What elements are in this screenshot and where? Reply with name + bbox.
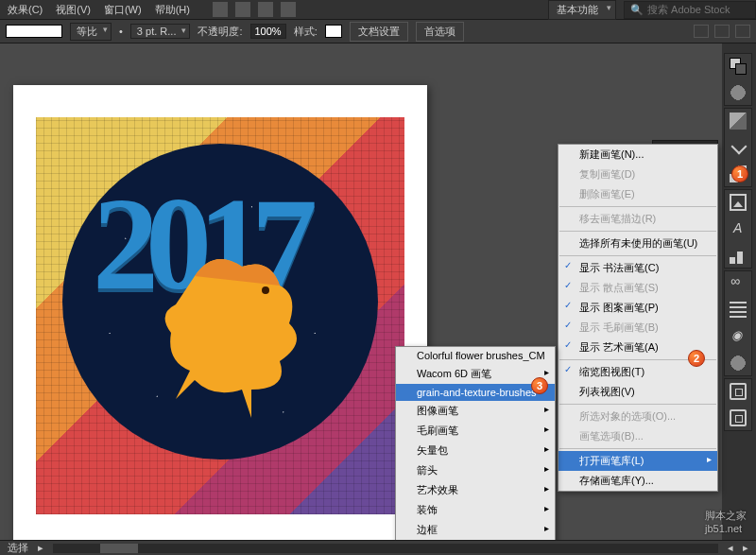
menu-item[interactable]: 边框 — [396, 520, 555, 540]
right-panel-stack — [724, 53, 752, 431]
menu-item[interactable]: 箭头 — [396, 460, 555, 480]
callout-badge-2: 2 — [688, 350, 705, 367]
more-icon[interactable] — [735, 25, 750, 38]
text-icon[interactable] — [730, 220, 747, 237]
menu-item[interactable]: 打开画笔库(L) — [558, 451, 717, 471]
menu-item[interactable]: 帮助(H) — [155, 3, 190, 17]
brush-library-submenu: Colorful flower brushes_CMWacom 6D 画笔gra… — [395, 346, 556, 555]
profile-combo[interactable]: 等比 — [70, 23, 112, 41]
workspace-combo[interactable]: 基本功能 — [548, 0, 616, 20]
style-label: 样式: — [294, 25, 318, 39]
opacity-label: 不透明度: — [198, 25, 242, 39]
menu-item[interactable]: 效果(C) — [8, 3, 43, 17]
menu-item[interactable]: Colorful flower brushes_CM — [396, 347, 555, 364]
color-guide-icon[interactable] — [730, 84, 747, 101]
menu-item: 显示 散点画笔(S) — [558, 278, 717, 298]
svg-point-0 — [262, 286, 269, 294]
align-icon[interactable] — [730, 302, 747, 319]
menu-item[interactable]: 毛刷画笔 — [396, 421, 555, 441]
menu-item[interactable]: 显示 图案画笔(P) — [558, 298, 717, 318]
control-bar: 等比 • 3 pt. R... 不透明度: 100% 样式: 文档设置 首选项 — [0, 19, 756, 43]
watermark: 脚本之家 jb51.net — [705, 509, 747, 534]
artboards-icon[interactable] — [730, 409, 747, 426]
transparency-icon[interactable] — [730, 328, 747, 345]
menu-item: 显示 毛刷画笔(B) — [558, 318, 717, 338]
opacity-input[interactable]: 100% — [250, 24, 286, 39]
swatches-icon[interactable] — [730, 113, 747, 130]
menu-item: 移去画笔描边(R) — [558, 209, 717, 229]
callout-badge-1: 1 — [731, 165, 748, 182]
menu-item: 复制画笔(D) — [558, 165, 717, 184]
menu-item[interactable]: 图像画笔 — [396, 401, 555, 421]
color-icon[interactable] — [730, 58, 747, 75]
style-swatch[interactable] — [325, 25, 342, 38]
menu-item[interactable]: 列表视图(V) — [558, 382, 717, 402]
menu-item: 删除画笔(E) — [558, 184, 717, 204]
menu-item[interactable]: 窗口(W) — [104, 3, 142, 17]
prefs-button[interactable]: 首选项 — [416, 22, 464, 42]
menu-item[interactable]: 视图(V) — [56, 3, 91, 17]
gpu-icon[interactable] — [281, 2, 296, 17]
align-icon[interactable] — [694, 25, 709, 38]
menu-item[interactable]: 选择所有未使用的画笔(U) — [558, 234, 717, 253]
stroke-weight[interactable]: 3 pt. R... — [130, 24, 191, 39]
image-icon[interactable] — [730, 194, 747, 211]
stock-icon[interactable] — [235, 2, 250, 17]
status-bar: 选择 ▸ ◂ ▸ — [0, 540, 756, 555]
layers-icon[interactable] — [730, 383, 747, 400]
callout-badge-3: 3 — [531, 377, 548, 394]
menu-item[interactable]: 艺术效果 — [396, 480, 555, 500]
chevron-left-icon[interactable]: ◂ — [728, 542, 733, 554]
bridge-icon[interactable] — [213, 2, 228, 17]
search-icon: 🔍 — [630, 4, 644, 16]
horizontal-scrollbar[interactable] — [53, 544, 718, 553]
chevron-right-icon[interactable]: ▸ — [38, 542, 43, 554]
navy-circle: 2017 — [62, 144, 378, 460]
stroke-preview[interactable] — [6, 25, 62, 38]
brushes-flyout-menu: 新建画笔(N)...复制画笔(D)删除画笔(E)移去画笔描边(R)选择所有未使用… — [558, 144, 718, 492]
gradient-icon[interactable] — [730, 275, 747, 292]
arrange-icon[interactable] — [258, 2, 273, 17]
appearance-icon[interactable] — [730, 355, 747, 372]
menu-item[interactable]: 装饰 — [396, 500, 555, 520]
search-input[interactable] — [647, 4, 749, 15]
menu-item[interactable]: 存储画笔库(Y)... — [558, 471, 717, 491]
menu-item[interactable]: Wacom 6D 画笔 — [396, 364, 555, 384]
chevron-right-icon[interactable]: ▸ — [743, 542, 748, 554]
transform-icon[interactable] — [714, 25, 730, 38]
search-box[interactable]: 🔍 — [624, 1, 756, 19]
stroke-icon[interactable] — [730, 247, 747, 264]
menu-item: 画笔选项(B)... — [558, 426, 717, 446]
menu-item[interactable]: 矢量包 — [396, 441, 555, 460]
docsetup-button[interactable]: 文档设置 — [350, 22, 408, 42]
rooster-art — [138, 238, 327, 427]
status-tool: 选择 — [8, 541, 28, 555]
brushes-icon[interactable] — [730, 139, 747, 156]
menu-item[interactable]: 新建画笔(N)... — [558, 145, 717, 165]
menu-item[interactable]: 显示 书法画笔(C) — [558, 258, 717, 278]
menu-item: 所选对象的选项(O)... — [558, 407, 717, 426]
artboard[interactable]: 2017 — [13, 85, 427, 548]
